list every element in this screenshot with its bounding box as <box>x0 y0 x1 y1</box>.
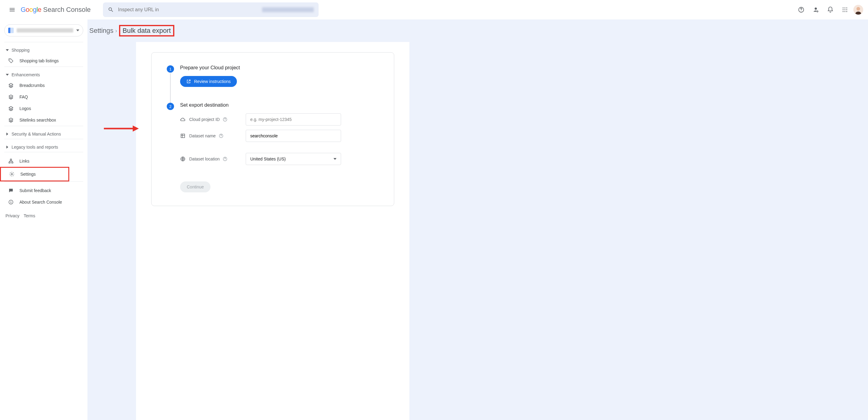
google-logo-icon: Google <box>21 6 41 14</box>
account-avatar[interactable] <box>854 5 863 14</box>
nav-label: Shopping tab listings <box>20 58 59 63</box>
step-title: Prepare your Cloud project <box>180 65 379 70</box>
review-instructions-button[interactable]: Review instructions <box>180 76 237 87</box>
select-value: United States (US) <box>250 156 286 161</box>
cloud-icon <box>180 117 186 122</box>
svg-rect-16 <box>9 162 10 163</box>
section-label: Security & Manual Actions <box>11 131 61 137</box>
sidebar-item-breadcrumbs[interactable]: Breadcrumbs <box>0 80 84 91</box>
terms-link[interactable]: Terms <box>24 213 35 218</box>
sidebar-section-security[interactable]: Security & Manual Actions <box>0 129 88 139</box>
annotation-highlight-settings: Settings <box>0 167 69 181</box>
nav-label: Links <box>20 159 29 163</box>
avatar-icon <box>854 5 863 14</box>
hamburger-menu-button[interactable] <box>5 2 20 17</box>
section-label: Enhancements <box>11 72 40 77</box>
redacted-property <box>262 7 314 12</box>
sidebar-section-enhancements[interactable]: Enhancements <box>0 70 88 80</box>
dataset-name-input[interactable] <box>246 130 341 142</box>
layers-icon <box>8 106 14 111</box>
annotation-arrow-icon <box>104 124 140 133</box>
field-dataset-location: Dataset location United States (US) <box>180 153 379 165</box>
property-favicon-icon <box>8 28 14 33</box>
step-badge: 1 <box>167 65 174 72</box>
svg-point-5 <box>846 7 847 8</box>
step-title: Set export destination <box>180 102 379 108</box>
menu-icon <box>9 6 16 13</box>
privacy-link[interactable]: Privacy <box>5 213 20 218</box>
globe-icon <box>180 156 186 162</box>
sidebar-section-legacy[interactable]: Legacy tools and reports <box>0 142 88 152</box>
caret-right-icon <box>5 132 9 136</box>
sidebar-item-links[interactable]: Links <box>0 155 84 167</box>
button-label: Review instructions <box>194 79 231 84</box>
help-button[interactable] <box>795 4 807 16</box>
svg-point-9 <box>842 11 843 12</box>
svg-rect-24 <box>181 134 185 138</box>
svg-point-11 <box>846 11 847 12</box>
svg-point-4 <box>844 7 845 8</box>
field-label: Dataset name <box>189 133 216 138</box>
nav-label: Sitelinks searchbox <box>20 118 56 122</box>
header-actions <box>795 4 863 16</box>
product-logo[interactable]: Google Search Console <box>21 6 91 14</box>
svg-point-29 <box>225 159 225 160</box>
apps-grid-icon <box>842 7 848 12</box>
sidebar-item-sitelinks[interactable]: Sitelinks searchbox <box>0 114 84 126</box>
chevron-right-icon: › <box>116 28 117 34</box>
sidebar-item-shopping-tab[interactable]: Shopping tab listings <box>0 55 84 66</box>
open-external-icon <box>186 79 191 84</box>
svg-point-13 <box>857 7 860 11</box>
sidebar-section-shopping[interactable]: Shopping <box>0 45 88 55</box>
url-inspect-search[interactable] <box>103 2 318 17</box>
feedback-icon <box>8 188 14 193</box>
caret-right-icon <box>5 146 9 149</box>
help-icon[interactable] <box>219 133 223 138</box>
svg-point-2 <box>817 11 818 12</box>
tag-icon <box>8 58 14 63</box>
main-content: Settings › Bulk data export 1 Prepare yo… <box>88 20 868 420</box>
user-settings-button[interactable] <box>810 4 822 16</box>
svg-point-18 <box>11 174 13 175</box>
caret-down-icon <box>5 49 9 51</box>
export-setup-card: 1 Prepare your Cloud project Review inst… <box>151 52 394 206</box>
help-icon[interactable] <box>223 117 227 122</box>
sidebar-item-feedback[interactable]: Submit feedback <box>0 185 84 196</box>
search-icon <box>108 7 114 13</box>
layers-icon <box>8 83 14 88</box>
sidebar-item-logos[interactable]: Logos <box>0 103 84 114</box>
help-icon[interactable] <box>223 156 227 161</box>
redacted-property-name <box>17 28 73 32</box>
content-panel: 1 Prepare your Cloud project Review inst… <box>136 42 409 420</box>
nav-label: Settings <box>20 172 36 177</box>
property-selector[interactable] <box>4 24 83 36</box>
apps-button[interactable] <box>839 4 851 16</box>
svg-point-10 <box>844 11 845 12</box>
breadcrumb-parent[interactable]: Settings <box>89 27 114 35</box>
svg-point-7 <box>844 9 845 10</box>
field-label: Cloud project ID <box>189 117 220 122</box>
continue-button[interactable]: Continue <box>180 181 211 192</box>
svg-rect-15 <box>10 159 12 160</box>
sidebar-item-faq[interactable]: FAQ <box>0 91 84 103</box>
help-icon <box>798 6 805 13</box>
field-dataset-name: Dataset name <box>180 130 379 142</box>
svg-point-23 <box>225 120 225 120</box>
section-label: Shopping <box>11 48 29 53</box>
app-header: Google Search Console <box>0 0 868 20</box>
step-badge: 2 <box>167 103 174 110</box>
sidebar-item-settings[interactable]: Settings <box>1 168 68 180</box>
sitemap-icon <box>8 158 14 164</box>
breadcrumb: Settings › Bulk data export <box>88 20 868 42</box>
cloud-project-id-input[interactable] <box>246 113 341 125</box>
caret-down-icon <box>5 74 9 76</box>
url-inspect-input[interactable] <box>118 7 258 12</box>
svg-rect-17 <box>11 162 13 163</box>
notifications-button[interactable] <box>824 4 836 16</box>
field-label: Dataset location <box>189 156 220 161</box>
dataset-location-select[interactable]: United States (US) <box>246 153 341 165</box>
sidebar-footer: Privacy Terms <box>0 208 88 224</box>
step-2: 2 Set export destination Cloud project I… <box>167 102 379 192</box>
info-icon <box>8 199 14 205</box>
sidebar-item-about[interactable]: About Search Console <box>0 196 84 208</box>
